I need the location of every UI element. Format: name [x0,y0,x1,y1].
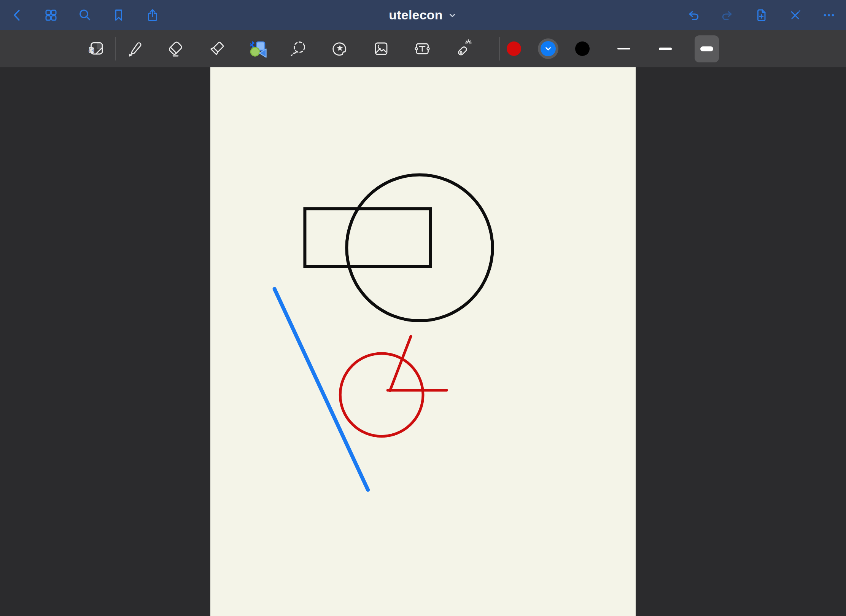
black-circle [347,175,492,321]
image-icon [371,38,392,59]
share-button[interactable] [145,8,160,22]
laser-pointer-tool[interactable] [453,38,474,59]
color-swatches [507,38,590,59]
chevron-down-icon [448,11,457,20]
drawing-layer [210,68,636,616]
nav-right-group [686,8,836,22]
pencil-cross-icon [788,8,802,22]
elements-tool[interactable] [329,38,351,59]
image-tool[interactable] [371,38,392,59]
chevron-down-icon [544,45,552,53]
color-swatch-blue-selected[interactable] [538,38,558,59]
color-swatch-red[interactable] [507,41,521,56]
canvas-area [0,67,846,616]
medium-line-glyph [659,48,672,50]
tools-group [124,38,474,59]
eraser-icon [165,38,186,59]
back-icon [10,8,24,22]
navigation-bar: utelecon [0,0,846,30]
thickness-thin[interactable] [612,35,636,62]
black-rectangle [305,209,431,266]
text-tool[interactable] [412,38,433,59]
thickness-thick[interactable] [695,35,719,62]
redo-button[interactable] [720,8,735,22]
highlighter-icon [206,38,227,59]
notebook-page[interactable] [210,67,636,616]
eraser-tool[interactable] [165,38,186,59]
add-page-button[interactable] [754,8,768,22]
laser-pointer-icon [453,38,474,59]
add-page-icon [754,8,768,22]
blue-line [275,289,368,490]
toolbar-divider [499,37,500,60]
undo-button[interactable] [686,8,701,22]
page-title: utelecon [389,8,442,22]
toolbar-divider [115,37,116,60]
sticker-star-icon [329,38,351,59]
thickness-medium[interactable] [653,35,677,62]
thickness-options [612,35,719,62]
red-circle [340,353,423,436]
pen-icon [124,38,145,59]
toolbar: a [0,30,846,67]
undo-icon [686,8,701,22]
thick-line-glyph [700,46,713,51]
bookmark-button[interactable] [111,8,126,22]
zoom-window-icon: a [86,38,107,59]
bookmark-icon [111,8,126,22]
more-button[interactable] [822,8,836,22]
highlighter-tool[interactable] [206,38,227,59]
zoom-window-tool[interactable]: a [86,38,107,59]
redo-icon [720,8,735,22]
lasso-tool[interactable] [288,38,310,59]
text-box-icon [412,38,433,59]
thin-line-glyph [617,48,630,49]
nav-left-group [10,8,160,22]
page-grid-icon [44,8,58,22]
ellipsis-icon [822,8,836,22]
svg-text:a: a [89,43,95,55]
pen-tool[interactable] [124,38,145,59]
lasso-icon [288,38,310,59]
share-icon [145,8,160,22]
back-button[interactable] [10,8,24,22]
stop-editing-button[interactable] [788,8,802,22]
shapes-tool[interactable] [247,38,269,59]
color-swatch-black[interactable] [575,41,590,56]
search-button[interactable] [78,8,92,22]
search-icon [78,8,92,22]
shapes-icon [247,38,269,59]
document-title-button[interactable]: utelecon [389,0,457,30]
page-grid-button[interactable] [44,8,58,22]
